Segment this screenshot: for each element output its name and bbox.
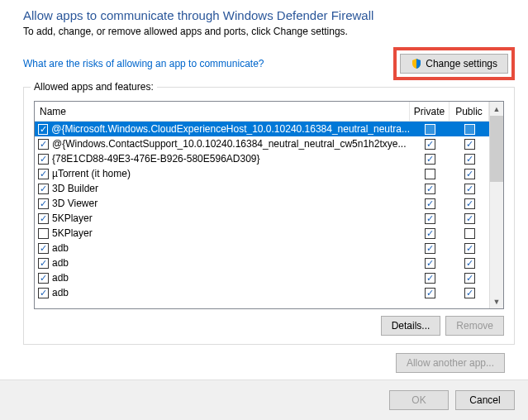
checkbox-icon[interactable]: ✓	[425, 228, 435, 239]
table-row[interactable]: ✓@{Windows.ContactSupport_10.0.10240.163…	[35, 136, 489, 151]
allow-another-app-button[interactable]: Allow another app...	[396, 353, 505, 373]
column-headers: Name Private Public	[35, 102, 489, 122]
table-row[interactable]: ✓@{Microsoft.Windows.CloudExperienceHost…	[35, 122, 489, 136]
checkbox-icon[interactable]: ✓	[464, 288, 475, 298]
table-row[interactable]: ✓3D Builder✓✓	[35, 181, 489, 196]
change-settings-label: Change settings	[426, 58, 497, 69]
checkbox-icon[interactable]: ✓	[464, 139, 475, 150]
checkbox-icon[interactable]: ✓	[425, 184, 435, 194]
details-button[interactable]: Details...	[381, 316, 441, 336]
app-name: adb	[52, 287, 69, 298]
allowed-apps-group: Allowed apps and features: Name Private …	[23, 87, 515, 345]
apps-list: Name Private Public ✓@{Microsoft.Windows…	[34, 101, 504, 309]
checkbox-icon[interactable]: ✓	[425, 258, 435, 269]
checkbox-icon[interactable]: ✓	[425, 154, 435, 165]
table-row[interactable]: ✓5KPlayer✓✓	[35, 211, 489, 226]
table-row[interactable]: ✓adb✓✓	[35, 285, 489, 300]
checkbox-icon[interactable]: ✓	[464, 184, 475, 194]
shield-icon	[411, 58, 422, 69]
app-name: adb	[52, 272, 69, 284]
checkbox-icon[interactable]: ✓	[38, 288, 49, 298]
checkbox-icon[interactable]: ✓	[464, 243, 475, 254]
group-label: Allowed apps and features:	[31, 81, 157, 93]
checkbox-icon[interactable]: ✓	[38, 169, 49, 179]
checkbox-icon[interactable]: ✓	[425, 243, 435, 254]
checkbox-icon[interactable]: ✓	[38, 139, 49, 150]
change-settings-button[interactable]: Change settings	[400, 54, 508, 74]
table-row[interactable]: 5KPlayer✓	[35, 226, 489, 241]
checkbox-icon[interactable]: ✓	[38, 184, 49, 194]
scroll-track[interactable]	[490, 182, 503, 294]
checkbox-icon[interactable]: ✓	[38, 243, 49, 254]
checkbox-icon[interactable]: ✓	[464, 213, 475, 224]
table-row[interactable]: ✓{78E1CD88-49E3-476E-B926-580E596AD309}✓…	[35, 151, 489, 166]
checkbox-icon[interactable]: ✓	[425, 213, 435, 224]
scrollbar[interactable]: ▲ ▼	[489, 102, 503, 308]
checkbox-icon[interactable]: ✓	[425, 288, 435, 298]
checkbox-icon[interactable]: ✓	[464, 258, 475, 269]
col-private[interactable]: Private	[410, 102, 450, 121]
col-name[interactable]: Name	[35, 102, 410, 121]
table-row[interactable]: ✓adb✓✓	[35, 270, 489, 285]
col-public[interactable]: Public	[450, 102, 489, 121]
table-row[interactable]: ✓adb✓✓	[35, 255, 489, 270]
risk-link[interactable]: What are the risks of allowing an app to…	[23, 58, 264, 69]
scroll-down-icon[interactable]: ▼	[490, 294, 503, 308]
remove-button[interactable]: Remove	[445, 316, 504, 336]
page-title: Allow apps to communicate through Window…	[23, 8, 515, 22]
checkbox-icon[interactable]: ✓	[38, 154, 49, 165]
ok-button[interactable]: OK	[389, 390, 449, 410]
table-row[interactable]: ✓µTorrent (it home)✓	[35, 166, 489, 181]
page-subtitle: To add, change, or remove allowed apps a…	[23, 26, 515, 37]
checkbox-icon[interactable]: ✓	[38, 258, 49, 269]
app-name: adb	[52, 257, 69, 269]
app-name: 5KPlayer	[52, 227, 93, 239]
checkbox-icon[interactable]: ✓	[464, 273, 475, 284]
app-name: 5KPlayer	[52, 212, 93, 224]
checkbox-icon[interactable]: ✓	[464, 154, 475, 165]
change-settings-highlight: Change settings	[393, 47, 515, 80]
app-name: adb	[52, 242, 69, 254]
cancel-button[interactable]: Cancel	[455, 390, 515, 410]
table-row[interactable]: ✓3D Viewer✓✓	[35, 196, 489, 211]
scroll-thumb[interactable]	[490, 116, 503, 182]
app-name: µTorrent (it home)	[52, 168, 131, 179]
checkbox-icon[interactable]: ✓	[425, 273, 435, 284]
checkbox-icon[interactable]: ✓	[425, 198, 435, 209]
table-row[interactable]: ✓adb✓✓	[35, 241, 489, 255]
checkbox-icon[interactable]	[425, 169, 435, 179]
footer: OK Cancel	[0, 379, 528, 420]
checkbox-icon[interactable]: ✓	[38, 124, 48, 135]
checkbox-icon[interactable]: ✓	[38, 198, 49, 209]
checkbox-icon[interactable]: ✓	[425, 139, 435, 150]
checkbox-icon[interactable]	[464, 228, 475, 239]
app-name: @{Windows.ContactSupport_10.0.10240.1638…	[52, 138, 406, 150]
app-name: 3D Viewer	[52, 198, 98, 209]
app-name: {78E1CD88-49E3-476E-B926-580E596AD309}	[52, 153, 260, 165]
checkbox-icon[interactable]: ✓	[464, 198, 475, 209]
app-name: @{Microsoft.Windows.CloudExperienceHost_…	[51, 123, 410, 135]
checkbox-icon[interactable]: ✓	[38, 273, 49, 284]
checkbox-icon[interactable]	[38, 228, 49, 239]
checkbox-icon[interactable]	[464, 124, 475, 135]
scroll-up-icon[interactable]: ▲	[490, 102, 503, 116]
checkbox-icon[interactable]: ✓	[464, 169, 475, 179]
app-name: 3D Builder	[52, 183, 98, 194]
checkbox-icon[interactable]	[425, 124, 435, 135]
checkbox-icon[interactable]: ✓	[38, 213, 49, 224]
